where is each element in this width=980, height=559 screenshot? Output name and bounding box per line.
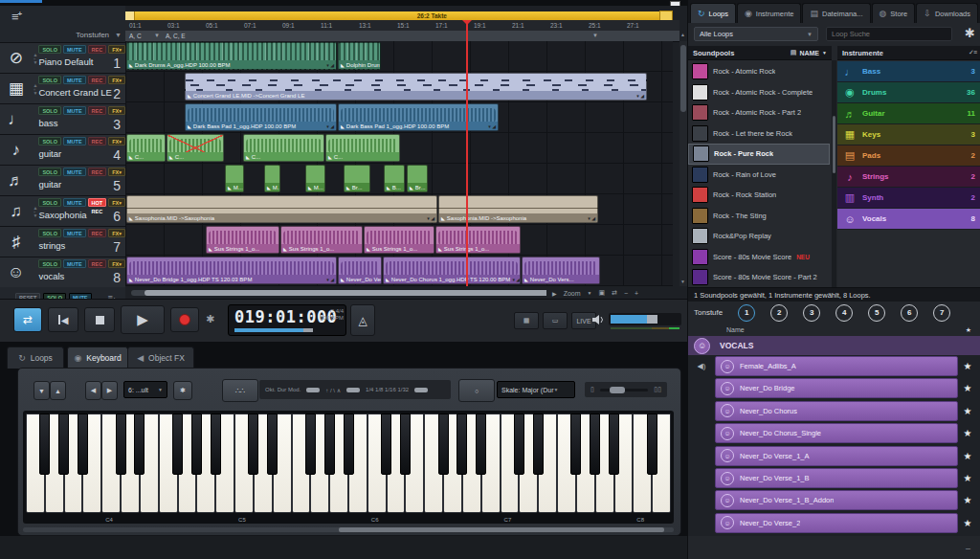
loop-item[interactable]: ☺Female_Adlibs_A <box>715 356 958 376</box>
media-tab-store[interactable]: ◍Store <box>872 3 916 23</box>
track-header-row[interactable]: ☺SOLOMUTERECFX▾vocals8 <box>0 257 125 287</box>
loop-item-row[interactable]: ☺Never_Do Bridge★ <box>688 377 980 399</box>
favorite-star-icon[interactable]: ★ <box>958 467 977 489</box>
loop-item[interactable]: ☺Never_Do Verse_1_B_Addon <box>715 490 958 510</box>
resize-dash[interactable]: – <box>966 544 970 553</box>
clip-menu-icons[interactable]: ▾ ◢ <box>326 123 334 129</box>
tonstufe-step-3[interactable]: 3 <box>803 304 820 322</box>
record-button[interactable] <box>170 307 199 332</box>
loop-item-row[interactable]: ☺Never_Do Verse_2★ <box>688 512 980 534</box>
audio-clip[interactable]: ◣Concert Grand LE.MID ->Concert Grand LE… <box>185 73 647 101</box>
loop-item-row[interactable]: ☺Never_Do Verse_1_B★ <box>688 467 980 489</box>
soundpools-scroll-thumb[interactable] <box>833 116 835 173</box>
loop-item[interactable]: ☺Never_Do Chorus_Single <box>715 423 958 443</box>
solo-button[interactable]: SOLO <box>38 259 61 268</box>
record-arm-button[interactable]: REC <box>88 45 107 54</box>
track-header-row[interactable]: ♫▲∘▼SOLOMUTEHOT RECFX▾Saxophonia6 <box>0 195 125 226</box>
soundpool-item[interactable]: Rock - Let there be Rock <box>688 123 830 145</box>
tonstufe-step-5[interactable]: 5 <box>868 304 885 322</box>
favorite-star-icon[interactable]: ★ <box>958 489 977 511</box>
loop-item-row[interactable]: ☺Never_Do Chorus_Single★ <box>688 422 980 444</box>
soundpools-scrollbar[interactable] <box>832 60 836 287</box>
solo-button[interactable]: SOLO <box>38 76 61 84</box>
instrument-filter-drums[interactable]: ◉Drums36 <box>837 82 980 103</box>
audio-clip[interactable]: ◣B... <box>384 165 405 192</box>
soundpool-item[interactable]: Rock - Atomic Rock <box>688 61 830 82</box>
piano-black-key[interactable] <box>267 414 278 475</box>
favorite-star-icon[interactable]: ★ <box>958 400 977 422</box>
tonstufe-step-2[interactable]: 2 <box>770 304 788 322</box>
size-slider-handle[interactable] <box>610 387 625 393</box>
audio-clip[interactable]: ◣Saxophonia.MID ->Saxophonia▾ ◢ <box>126 195 437 223</box>
hzoom-icon[interactable]: ⇄ <box>612 289 617 297</box>
shift-right-button[interactable]: ▶ <box>101 381 118 400</box>
track-spinner[interactable]: ▲∘▼ <box>33 196 39 226</box>
favorite-star-icon[interactable]: ★ <box>958 445 977 467</box>
zoom-play-icon[interactable]: ▶ <box>552 290 557 297</box>
record-arm-button[interactable]: REC <box>88 76 107 84</box>
record-arm-button[interactable]: REC <box>88 229 107 237</box>
tab-object-fx[interactable]: ◀Object FX <box>127 347 194 369</box>
master-volume-slider[interactable] <box>609 313 681 325</box>
soundpool-item[interactable]: Score - 80s Movie Score - Part 2 <box>688 267 830 288</box>
checklist-icon[interactable]: ✓≡ <box>969 49 976 56</box>
mute-button[interactable]: MUTE <box>63 168 86 176</box>
audio-clip[interactable]: ◣M... <box>264 165 280 192</box>
loop-item[interactable]: ☺Never_Do Bridge <box>715 378 958 398</box>
piano-black-key[interactable] <box>58 414 69 475</box>
progress-handle[interactable] <box>303 328 313 332</box>
record-arm-button[interactable]: REC <box>88 137 107 145</box>
audio-clip[interactable]: ◣Sus Strings 1_o... <box>364 226 434 254</box>
piano-black-key[interactable] <box>211 414 221 475</box>
clip-menu-icons[interactable]: ▾ ◢ <box>488 123 496 129</box>
solo-button[interactable]: SOLO <box>38 137 61 145</box>
zoom-menu[interactable]: Zoom <box>564 290 581 297</box>
audio-clip[interactable]: ◣Never_Do Bridge 1_ogg.HDP TS 120.03 BPM… <box>126 257 337 284</box>
scale-toggle-button[interactable]: ○ <box>458 379 495 402</box>
mute-button[interactable]: MUTE <box>63 106 86 115</box>
soundpool-item[interactable]: Rock - Rain of Love <box>688 165 830 186</box>
soundpool-item[interactable]: Rock - The Sting <box>688 206 830 227</box>
instrument-filter-pads[interactable]: ▤Pads2 <box>837 145 980 167</box>
piano-black-key[interactable] <box>570 414 581 475</box>
metronome-button[interactable]: ◬ <box>350 304 375 336</box>
chevron-down-icon[interactable]: ▼ <box>154 31 160 41</box>
mute-button[interactable]: MUTE <box>63 198 86 207</box>
vocals-group-header[interactable]: ☺VOCALS <box>688 336 980 355</box>
vscroll-thumb[interactable] <box>680 45 686 112</box>
favorite-star-icon[interactable]: ★ <box>958 355 977 377</box>
volume-handle[interactable] <box>647 315 657 324</box>
track-header-row[interactable]: ⊘▲∘▼SOLOMUTERECFX▾Piano Default1 <box>0 42 125 73</box>
tonstufe-step-7[interactable]: 7 <box>933 304 950 322</box>
tonstufe-step-4[interactable]: 4 <box>835 304 853 322</box>
settings-gear-icon[interactable]: ✱ <box>965 26 975 40</box>
mute-button[interactable]: MUTE <box>63 229 86 237</box>
instrument-filter-vocals[interactable]: ☺Vocals8 <box>837 209 980 230</box>
piano-black-key[interactable] <box>647 414 657 475</box>
direction-slider[interactable] <box>346 388 360 392</box>
media-tab-dateimana[interactable]: ▤Dateimana... <box>802 3 870 23</box>
playhead[interactable] <box>466 20 468 286</box>
loop-item-row[interactable]: ☺Never_Do Chorus★ <box>688 400 980 422</box>
audio-clip[interactable]: ◣Saxophonia.MID ->Saxophonia▾ ◢ <box>438 195 598 223</box>
soundpool-item[interactable]: Rock&Pop Replay <box>688 226 830 247</box>
loop-filter-dropdown[interactable]: Alle Loops▼ <box>694 27 818 41</box>
audio-clip[interactable]: ◣C... <box>243 134 324 162</box>
audio-clip[interactable]: ◣Never_Do Vers... <box>338 257 382 284</box>
audio-clip[interactable]: ◣C... <box>167 134 224 162</box>
solo-button[interactable]: SOLO <box>38 168 61 176</box>
piano-black-key[interactable] <box>514 414 524 475</box>
audio-clip[interactable]: ◣Dark Bass Pad 1_ogg.HDP 100.00 BPM▾ ◢ <box>185 103 337 131</box>
scale-dropdown[interactable]: Skale: Major (Dur▼ <box>497 381 575 398</box>
vertical-scrollbar[interactable]: ▲ ▼ <box>679 41 687 286</box>
media-tab-downloads[interactable]: ⇩Downloads <box>916 3 978 23</box>
add-track-menu-icon[interactable]: ≡+ <box>11 10 21 24</box>
octave-mode-labels[interactable]: Okt. Dur Mod. <box>265 387 301 392</box>
loop-item[interactable]: ☺Never_Do Chorus <box>715 401 958 421</box>
audio-clip[interactable]: ◣M... <box>225 165 244 192</box>
piano-black-key[interactable] <box>438 414 449 475</box>
loop-range-bar[interactable]: 26:2 Takte <box>125 11 673 20</box>
solo-button[interactable]: SOLO <box>38 106 61 115</box>
media-tab-instrumente[interactable]: ◉Instrumente <box>737 3 801 23</box>
instrument-filter-bass[interactable]: ♩Bass3 <box>837 61 980 82</box>
